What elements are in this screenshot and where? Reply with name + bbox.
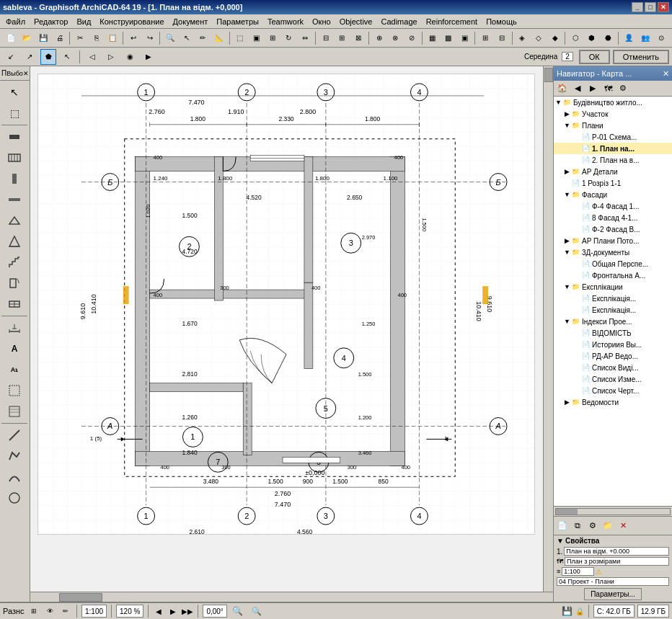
nav-back-btn[interactable]: ◀ [570,81,585,96]
expand-razrez[interactable] [564,179,570,187]
status-next-btn[interactable]: ▶▶ [182,603,193,619]
tool2-btn[interactable]: ⊗ [387,30,403,46]
tree-item-plan2[interactable]: 📄 2. План на в... [554,154,672,166]
navigator-tree[interactable]: ▼ 📁 Будівництво житло... ▶ 📁 Участок ▼ 📁… [554,97,672,506]
expand-fasady[interactable]: ▼ [564,191,570,198]
tree-item-fasady[interactable]: ▼ 📁 Фасади [554,189,672,200]
tree-item-uchastok[interactable]: ▶ 📁 Участок [554,108,672,120]
tree-item-ar-details[interactable]: ▶ 📁 АР Детали [554,166,672,177]
snap1-btn[interactable]: ◈ [515,30,531,46]
tb2-btn6[interactable]: ▷ [103,49,119,65]
nav-scroll-thumb[interactable] [556,509,578,515]
nav-home-btn[interactable]: 🏠 [555,81,570,96]
measure-btn[interactable]: 📐 [211,30,227,46]
grid1-btn[interactable]: ⊞ [477,30,493,46]
expand-f8[interactable] [574,214,580,221]
tool-beam[interactable] [1,190,27,210]
tree-item-spcher[interactable]: 📄 Список Черт... [554,385,672,396]
ok-btn[interactable]: ОК [579,50,610,64]
menu-reinforcement[interactable]: Reinforcement [422,16,482,27]
tool-stair[interactable] [1,252,27,272]
align1-btn[interactable]: ⊟ [318,30,334,46]
tool-hatch[interactable] [1,401,27,422]
close-btn[interactable]: ✕ [658,2,669,12]
collab3-btn[interactable]: ⊙ [653,30,669,46]
tool-zone[interactable] [1,380,27,401]
menu-help[interactable]: Помощь [482,16,521,27]
open-btn[interactable]: 📂 [19,30,35,46]
tree-item-explik[interactable]: ▼ 📁 Експлікации [554,281,672,293]
tb2-btn2[interactable]: ↗ [22,49,37,65]
tree-item-f2[interactable]: 📄 Ф-2 Фасад В... [554,223,672,235]
menu-cadimage[interactable]: Cadimage [376,16,421,27]
tool-dimension[interactable] [1,318,27,338]
select2-btn[interactable]: ▣ [248,30,264,46]
tb2-btn8[interactable]: ▶ [141,49,156,65]
nav-settings2-btn[interactable]: ⚙ [585,519,600,533]
tree-item-explik2[interactable]: 📄 Екcплікація... [554,304,672,316]
tool-window[interactable] [1,294,27,314]
print-btn[interactable]: 🖨 [52,30,68,46]
menu-objective[interactable]: Objective [335,16,377,27]
tree-item-front[interactable]: 📄 Фронтальна А... [554,270,672,281]
status-zoom-out-btn[interactable]: 🔍 [249,603,265,619]
nav-duplicate-btn[interactable]: ⧉ [570,519,585,533]
nav-forward-btn[interactable]: ▶ [585,81,600,96]
expand-plany[interactable]: ▼ [564,122,570,129]
expand-spvid[interactable] [574,364,580,371]
collab1-btn[interactable]: 👤 [621,30,637,46]
menu-params[interactable]: Параметры [212,16,263,27]
transform-btn[interactable]: ⊞ [265,30,280,46]
tb2-btn5[interactable]: ◁ [84,49,100,65]
tool1-btn[interactable]: ⊕ [371,30,387,46]
tool-slab[interactable] [1,210,27,231]
expand-plan2[interactable] [574,156,580,164]
rotate-tb-btn[interactable]: ↻ [281,30,297,46]
expand-uchastok[interactable]: ▶ [564,110,570,117]
expand-persp[interactable] [574,260,580,267]
expand-ar-plans[interactable]: ▶ [564,237,570,244]
tool-door[interactable] [1,273,27,293]
redo-btn[interactable]: ↪ [142,30,158,46]
tree-item-ar-plans[interactable]: ▶ 📁 АР Плани Пото... [554,235,672,246]
nav-scroll-track[interactable] [555,508,671,515]
tree-item-plan1[interactable]: 📄 1. План на... [554,143,672,154]
nav-folder-btn[interactable]: 📁 [601,519,615,533]
tool-circle[interactable] [1,488,27,508]
tree-item-3d[interactable]: ▼ 📁 3Д-документы [554,246,672,258]
tree-item-rd-ar[interactable]: 📄 РД-АР Ведо... [554,350,672,362]
tb2-btn7[interactable]: ◉ [122,49,138,65]
tree-item-f4[interactable]: 📄 Ф-4 Фасад 1... [554,200,672,212]
status-pen-btn[interactable]: ✏ [59,605,72,618]
view2-btn[interactable]: ▩ [441,30,456,46]
menu-teamwork[interactable]: Teamwork [263,16,308,27]
expand-plan1[interactable] [574,145,580,152]
tool-arc[interactable] [1,467,27,487]
status-prev-btn[interactable]: ◀ [153,603,164,619]
tree-item-vidomist[interactable]: 📄 ВІДОМІСТЬ [554,327,672,339]
align2-btn[interactable]: ⊞ [335,30,350,46]
tool-wall[interactable] [1,127,27,147]
pencil-btn[interactable]: ✏ [195,30,211,46]
expand-vidomist[interactable] [574,329,580,337]
undo-btn[interactable]: ↩ [125,30,141,46]
expand-root[interactable]: ▼ [555,99,562,106]
copy-btn[interactable]: ⎘ [89,30,105,46]
tree-item-vedomosti[interactable]: ▶ 📁 Ведомости [554,396,672,408]
save-btn[interactable]: 💾 [35,30,51,46]
panel-close[interactable]: ✕ [23,70,29,77]
vertical-scrollbar[interactable] [543,66,553,602]
search-tb-btn[interactable]: 🔍 [162,30,178,46]
nav-delete-btn[interactable]: ✕ [616,519,630,533]
expand-spcher[interactable] [574,387,580,394]
status-layers-btn[interactable]: ⊞ [27,605,40,618]
pointer-btn[interactable]: ↖ [179,30,195,46]
status-play-btn[interactable]: ▶ [167,603,179,619]
tree-item-spizm[interactable]: 📄 Список Изме... [554,373,672,385]
menu-design[interactable]: Конструирование [95,16,168,27]
3d3-btn[interactable]: ⬣ [601,30,616,46]
save-status-icon[interactable]: 💾 [562,606,572,616]
align3-btn[interactable]: ⊠ [350,30,366,46]
snap2-btn[interactable]: ◇ [531,30,547,46]
tree-item-p01[interactable]: 📄 Р-01 Схема... [554,131,672,143]
